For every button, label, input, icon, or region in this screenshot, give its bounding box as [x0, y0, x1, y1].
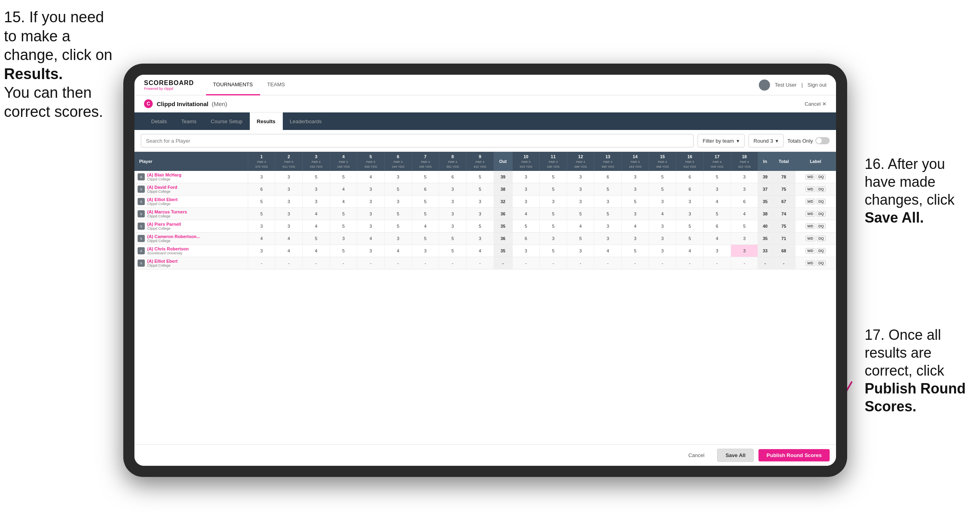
score-h15[interactable]: 3 — [649, 245, 676, 257]
totals-toggle-switch[interactable] — [815, 137, 830, 144]
score-h15[interactable]: - — [649, 257, 676, 269]
score-h10[interactable]: - — [512, 257, 540, 269]
score-h14[interactable]: 5 — [622, 245, 649, 257]
score-h7[interactable]: 5 — [412, 196, 439, 208]
score-h8[interactable]: - — [439, 257, 467, 269]
score-h5[interactable]: 4 — [357, 171, 385, 183]
score-h10[interactable]: 5 — [512, 220, 540, 232]
score-h3[interactable]: 3 — [302, 196, 330, 208]
score-h13[interactable]: 4 — [594, 245, 622, 257]
score-h11[interactable]: 5 — [540, 220, 567, 232]
score-h14[interactable]: 4 — [622, 220, 649, 232]
score-h12[interactable]: 3 — [567, 196, 594, 208]
score-h1[interactable]: 3 — [248, 220, 275, 232]
wd-btn[interactable]: WD — [805, 236, 815, 241]
score-h6[interactable]: 3 — [384, 171, 412, 183]
score-h10[interactable]: 4 — [512, 208, 540, 220]
score-h9[interactable]: 5 — [466, 171, 494, 183]
sign-out-link[interactable]: Sign out — [807, 82, 826, 88]
score-h17[interactable]: 4 — [704, 232, 731, 245]
score-h16[interactable]: 5 — [676, 232, 704, 245]
score-h8[interactable]: 5 — [439, 245, 467, 257]
filter-team-btn[interactable]: Filter by team ▾ — [698, 134, 745, 147]
score-h18[interactable]: 3 — [731, 232, 758, 245]
score-h13[interactable]: 3 — [594, 220, 622, 232]
dq-btn[interactable]: DQ — [817, 211, 826, 217]
search-input[interactable] — [141, 134, 694, 147]
dq-btn[interactable]: DQ — [817, 260, 826, 266]
score-h4[interactable]: 5 — [330, 208, 357, 220]
score-h10[interactable]: 3 — [512, 245, 540, 257]
score-h5[interactable]: 3 — [357, 183, 385, 196]
score-h1[interactable]: 5 — [248, 208, 275, 220]
score-h18[interactable]: 6 — [731, 196, 758, 208]
dq-btn[interactable]: DQ — [817, 199, 826, 204]
wd-btn[interactable]: WD — [805, 223, 815, 229]
score-h6[interactable]: 5 — [384, 220, 412, 232]
wd-btn[interactable]: WD — [805, 186, 815, 192]
score-h4[interactable]: 5 — [330, 220, 357, 232]
score-h3[interactable]: 4 — [302, 245, 330, 257]
round-select-btn[interactable]: Round 3 ▾ — [749, 134, 784, 147]
dq-btn[interactable]: DQ — [817, 174, 826, 180]
score-h11[interactable]: 5 — [540, 171, 567, 183]
score-h17[interactable]: - — [704, 257, 731, 269]
score-h2[interactable]: 3 — [275, 183, 303, 196]
score-h2[interactable]: 4 — [275, 245, 303, 257]
score-h15[interactable]: 3 — [649, 196, 676, 208]
score-h2[interactable]: 3 — [275, 196, 303, 208]
score-h4[interactable]: 5 — [330, 171, 357, 183]
score-h7[interactable]: 6 — [412, 183, 439, 196]
nav-tournaments[interactable]: TOURNAMENTS — [206, 75, 260, 95]
score-h2[interactable]: - — [275, 257, 303, 269]
score-h9[interactable]: 4 — [466, 245, 494, 257]
score-h10[interactable]: 3 — [512, 171, 540, 183]
score-h5[interactable]: 3 — [357, 220, 385, 232]
score-h17[interactable]: 5 — [704, 171, 731, 183]
score-h9[interactable]: 5 — [466, 183, 494, 196]
score-h5[interactable]: - — [357, 257, 385, 269]
score-h4[interactable]: 4 — [330, 183, 357, 196]
score-h18[interactable]: 4 — [731, 208, 758, 220]
score-h14[interactable]: 3 — [622, 232, 649, 245]
score-h3[interactable]: 5 — [302, 171, 330, 183]
wd-btn[interactable]: WD — [805, 174, 815, 180]
nav-teams[interactable]: TEAMS — [260, 75, 292, 95]
score-h12[interactable]: 5 — [567, 208, 594, 220]
save-all-btn[interactable]: Save All — [717, 449, 754, 462]
score-h9[interactable]: 3 — [466, 208, 494, 220]
score-h5[interactable]: 3 — [357, 196, 385, 208]
score-h17[interactable]: 5 — [704, 208, 731, 220]
score-h6[interactable]: - — [384, 257, 412, 269]
score-h10[interactable]: 6 — [512, 232, 540, 245]
score-h3[interactable]: 4 — [302, 220, 330, 232]
score-h8[interactable]: 6 — [439, 171, 467, 183]
score-h18[interactable]: - — [731, 257, 758, 269]
score-h18[interactable]: 5 — [731, 220, 758, 232]
score-h16[interactable]: 3 — [676, 196, 704, 208]
tab-results[interactable]: Results — [250, 112, 283, 130]
score-h15[interactable]: 4 — [649, 208, 676, 220]
score-h12[interactable]: - — [567, 257, 594, 269]
tournament-cancel-btn[interactable]: Cancel ✕ — [805, 101, 826, 107]
score-h15[interactable]: 3 — [649, 232, 676, 245]
wd-btn[interactable]: WD — [805, 248, 815, 254]
score-h18[interactable]: 3 — [731, 245, 758, 257]
score-h12[interactable]: 3 — [567, 183, 594, 196]
score-h7[interactable]: 5 — [412, 208, 439, 220]
score-h11[interactable]: 3 — [540, 232, 567, 245]
score-h13[interactable]: - — [594, 257, 622, 269]
score-h4[interactable]: 3 — [330, 232, 357, 245]
score-h8[interactable]: 3 — [439, 196, 467, 208]
dq-btn[interactable]: DQ — [817, 236, 826, 241]
score-h2[interactable]: 3 — [275, 208, 303, 220]
score-h6[interactable]: 5 — [384, 183, 412, 196]
score-h13[interactable]: 5 — [594, 183, 622, 196]
score-h8[interactable]: 3 — [439, 220, 467, 232]
score-h8[interactable]: 5 — [439, 232, 467, 245]
tab-leaderboards[interactable]: Leaderboards — [283, 112, 329, 130]
score-h9[interactable]: 3 — [466, 196, 494, 208]
score-h8[interactable]: 3 — [439, 183, 467, 196]
score-h13[interactable]: 3 — [594, 196, 622, 208]
score-h1[interactable]: 3 — [248, 171, 275, 183]
